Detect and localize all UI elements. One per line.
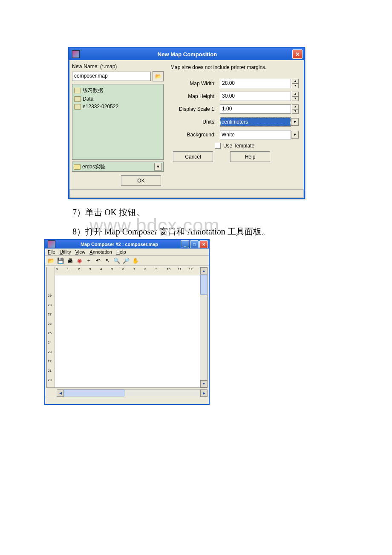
folder-label: 练习数据 [83,87,103,94]
app-icon [72,50,80,58]
spin-up[interactable]: ▲ [292,79,299,84]
dialog-title: New Map Composition [82,51,292,58]
close-button[interactable]: ✕ [292,49,303,59]
menu-help[interactable]: Help [116,249,126,254]
maximize-button[interactable]: □ [190,240,199,248]
toolbar: 📂 💾 🖶 ◉ ＋ ↶ ↖ 🔍 🔎 ✋ [45,256,209,266]
menu-bar: File Utility View Annotation Help [45,249,209,256]
background-value: White [220,130,291,139]
new-name-label: New Name: (*.map) [72,62,164,71]
menu-utility[interactable]: Utility [60,249,71,254]
height-input[interactable]: 30.00 [220,92,291,101]
status-bar [69,189,304,198]
background-label: Background: [170,132,220,138]
horizontal-ruler: 0123456789101112 [55,267,200,275]
width-input[interactable]: 28.00 [220,79,291,88]
ok-button[interactable]: OK [121,175,161,186]
use-template-label: Use Template [223,143,254,149]
new-map-composition-dialog: New Map Composition ✕ New Name: (*.map) … [68,47,305,199]
browse-button[interactable]: 📂 [153,71,164,81]
lookin-value: erdas实验 [82,163,153,171]
canvas[interactable] [55,275,200,387]
menu-file[interactable]: File [48,249,55,254]
zoom-out-icon[interactable]: 🔎 [123,257,130,264]
folder-item[interactable]: Data [73,95,162,103]
scale-input[interactable]: 1.00 [220,104,291,114]
lookin-combo[interactable]: erdas实验 ▼ [72,162,164,172]
minimize-button[interactable]: _ [181,240,189,248]
folder-label: Data [83,96,93,102]
composer-title: Map Composer #2 : composer.map [58,242,181,247]
close-button[interactable]: ✕ [199,240,208,248]
open-folder-icon [74,164,81,170]
units-label: Units: [170,119,220,125]
plus-icon[interactable]: ＋ [85,257,92,264]
help-button[interactable]: Help [230,151,270,162]
composer-status-bar [45,398,209,404]
menu-annotation[interactable]: Annotation [89,249,112,254]
cancel-button[interactable]: Cancel [173,151,213,162]
folder-list[interactable]: 练习数据 Data e12332-020522 [72,84,164,160]
open-folder-icon: 📂 [155,73,161,79]
filename-input[interactable]: composer.map [72,72,151,81]
save-icon[interactable]: 💾 [57,257,64,264]
scroll-up-button[interactable]: ▲ [200,267,208,275]
spin-up[interactable]: ▲ [292,92,299,96]
map-composer-window: Map Composer #2 : composer.map _ □ ✕ Fil… [44,239,210,405]
dropdown-button[interactable]: ▼ [291,131,299,139]
spin-down[interactable]: ▼ [292,109,299,114]
units-value: centimeters [220,117,291,127]
print-icon[interactable]: 🖶 [66,257,73,264]
folder-item[interactable]: 练习数据 [73,86,162,95]
target-icon[interactable]: ◉ [76,257,83,264]
scale-label: Display Scale 1: [170,106,220,112]
scroll-down-button[interactable]: ▼ [200,380,208,387]
units-select[interactable]: centimeters▼ [220,117,299,127]
scroll-thumb[interactable] [64,390,124,396]
zoom-in-icon[interactable]: 🔍 [113,257,120,264]
dropdown-button[interactable]: ▼ [154,163,162,171]
folder-item[interactable]: e12332-020522 [73,103,162,110]
app-icon [48,240,55,248]
vertical-scrollbar[interactable]: ▲ ▼ [200,267,207,387]
folder-icon [74,88,81,93]
pointer-icon[interactable]: ↖ [104,257,111,264]
dialog-titlebar: New Map Composition ✕ [69,48,304,60]
horizontal-scrollbar[interactable]: ◀ ▶ [57,389,208,396]
folder-label: e12332-020522 [83,104,118,110]
spin-up[interactable]: ▲ [292,104,299,109]
margin-note: Map size does not include printer margin… [170,62,299,75]
vertical-ruler: 20212223242526272829 [47,267,55,387]
folder-icon [74,96,81,102]
spin-down[interactable]: ▼ [292,96,299,101]
open-icon[interactable]: 📂 [48,257,55,264]
use-template-checkbox[interactable] [215,143,221,149]
canvas-area: 20212223242526272829 0123456789101112 ▲ … [46,267,208,388]
dropdown-button[interactable]: ▼ [291,118,299,126]
scroll-left-button[interactable]: ◀ [57,390,64,397]
instruction-step-7: 7）单击 OK 按钮。 [72,207,392,218]
width-label: Map Width: [170,81,220,87]
instruction-step-8: 8）打开 Map Composer 窗口和 Annotation 工具面板。 [72,226,392,237]
background-select[interactable]: White▼ [220,130,299,139]
spin-down[interactable]: ▼ [292,84,299,88]
height-label: Map Height: [170,93,220,99]
undo-icon[interactable]: ↶ [95,257,101,264]
scroll-right-button[interactable]: ▶ [200,390,208,397]
scroll-thumb[interactable] [200,275,207,295]
menu-view[interactable]: View [75,249,86,254]
pan-icon[interactable]: ✋ [132,257,139,264]
folder-icon [74,104,81,110]
